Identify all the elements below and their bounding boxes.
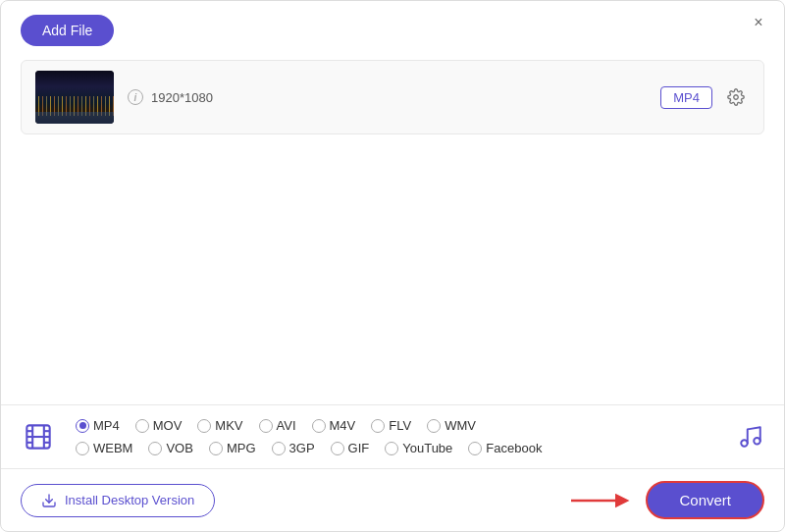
svg-point-10 [754,438,760,445]
action-bar: Install Desktop Version Convert [1,468,784,531]
format-option-mov[interactable]: MOV [128,416,190,435]
format-option-m4v[interactable]: M4V [304,416,364,435]
arrow-icon [571,491,630,510]
format-option-avi[interactable]: AVI [251,416,304,435]
install-desktop-button[interactable]: Install Desktop Version [21,484,215,517]
format-option-mkv[interactable]: MKV [189,416,250,435]
format-option-wmv[interactable]: WMV [419,416,484,435]
close-button[interactable]: × [749,13,768,32]
add-file-button[interactable]: Add File [21,15,114,46]
file-list: i 1920*1080 MP4 [21,60,764,134]
top-bar: Add File [1,1,784,60]
format-option-mpg[interactable]: MPG [201,439,264,457]
file-thumbnail [35,71,114,124]
install-label: Install Desktop Version [65,493,194,507]
format-option-facebook[interactable]: Facebook [460,439,550,457]
convert-area: Convert [571,481,764,519]
file-actions: MP4 [660,83,750,111]
file-resolution: 1920*1080 [151,90,213,105]
format-option-3gp[interactable]: 3GP [264,439,323,457]
format-option-flv[interactable]: FLV [363,416,419,435]
format-option-mp4[interactable]: MP4 [68,416,128,435]
format-option-youtube[interactable]: YouTube [377,439,460,457]
svg-point-0 [734,95,739,100]
file-item: i 1920*1080 MP4 [22,61,763,133]
format-badge-button[interactable]: MP4 [660,86,712,109]
format-option-vob[interactable]: VOB [140,439,200,457]
format-option-gif[interactable]: GIF [323,439,378,457]
info-icon: i [128,89,143,105]
main-content [1,134,784,404]
format-bar: MP4 MOV MKV AVI M4V [1,404,784,468]
music-icon[interactable] [733,419,768,454]
film-icon[interactable] [17,415,60,458]
settings-button[interactable] [722,83,750,111]
main-window: × Add File i 1920*1080 MP4 [0,0,785,532]
file-info: i 1920*1080 [128,89,647,105]
format-option-webm[interactable]: WEBM [68,439,140,457]
convert-button[interactable]: Convert [646,481,764,519]
svg-point-9 [741,440,748,447]
